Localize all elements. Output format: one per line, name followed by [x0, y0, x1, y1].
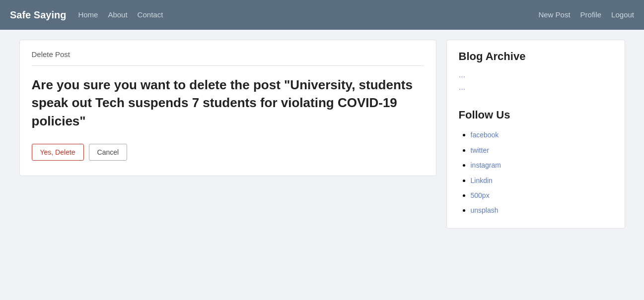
social-link-unsplash[interactable]: unsplash — [471, 206, 499, 214]
navbar-links: HomeAboutContact — [78, 10, 163, 19]
social-link-500px[interactable]: 500px — [471, 191, 490, 199]
navbar-right-links: New PostProfileLogout — [538, 10, 634, 19]
social-link-twitter[interactable]: twitter — [471, 146, 489, 154]
social-link-facebook[interactable]: facebook — [471, 131, 499, 139]
cancel-button[interactable]: Cancel — [89, 144, 128, 161]
follow-us-title: Follow Us — [459, 109, 613, 121]
navbar-link-about[interactable]: About — [108, 10, 127, 19]
navbar-brand[interactable]: Safe Saying — [10, 9, 66, 21]
sidebar-card: Blog Archive …… Follow Us facebooktwitte… — [446, 40, 625, 229]
navbar-right-link-new-post[interactable]: New Post — [538, 10, 570, 19]
navbar-link-contact[interactable]: Contact — [138, 10, 163, 19]
navbar-right-link-logout[interactable]: Logout — [611, 10, 634, 19]
blog-archive-section: Blog Archive …… — [459, 50, 613, 94]
main-container: Delete Post Are you sure you want to del… — [9, 30, 635, 239]
follow-us-section: Follow Us facebooktwitterinstagramLinkdi… — [459, 109, 613, 218]
content-area: Delete Post Are you sure you want to del… — [19, 40, 436, 229]
navbar-link-home[interactable]: Home — [78, 10, 98, 19]
social-link-linkdin[interactable]: Linkdin — [471, 177, 493, 184]
archive-link[interactable]: … — [459, 83, 466, 91]
delete-message: Are you sure you want to delete the post… — [32, 76, 424, 130]
yes-delete-button[interactable]: Yes, Delete — [32, 144, 84, 161]
follow-links: facebooktwitterinstagramLinkdin500pxunsp… — [459, 127, 613, 218]
sidebar: Blog Archive …… Follow Us facebooktwitte… — [446, 40, 625, 229]
archive-link[interactable]: … — [459, 71, 466, 79]
navbar-right-link-profile[interactable]: Profile — [580, 10, 602, 19]
delete-card: Delete Post Are you sure you want to del… — [19, 40, 436, 176]
delete-card-title: Delete Post — [32, 50, 424, 66]
button-group: Yes, Delete Cancel — [32, 144, 424, 161]
blog-archive-title: Blog Archive — [459, 50, 613, 63]
navbar-left: Safe Saying HomeAboutContact — [10, 9, 163, 21]
archive-links: …… — [459, 69, 613, 94]
navbar: Safe Saying HomeAboutContact New PostPro… — [0, 0, 644, 30]
social-link-instagram[interactable]: instagram — [471, 161, 501, 169]
